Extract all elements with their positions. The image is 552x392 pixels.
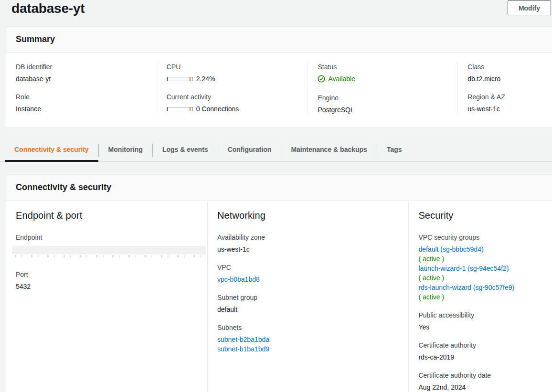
- page-header: database-yt Modify: [0, 0, 552, 19]
- summary-col-identifier: DB identifier database-yt Role Instance: [6, 62, 157, 115]
- subnet-link[interactable]: subnet-b1ba1bd9: [217, 344, 399, 354]
- summary-columns: DB identifier database-yt Role Instance …: [6, 53, 552, 127]
- cpu-label: CPU: [167, 62, 298, 72]
- endpoint-port-title: Endpoint & port: [16, 210, 198, 221]
- engine-field: Engine PostgreSQL: [318, 93, 448, 115]
- cpu-value: 2.24%: [196, 74, 215, 84]
- current-activity-field: Current activity 0 Connections: [167, 92, 298, 114]
- vpc-field: VPC vpc-b0ba1bd8: [217, 263, 399, 284]
- tab-tags[interactable]: Tags: [377, 139, 412, 161]
- tab-connectivity-security[interactable]: Connectivity & security: [5, 139, 98, 161]
- endpoint-port-column: Endpoint & port Endpoint Port 5432: [6, 201, 207, 392]
- vpc-link[interactable]: vpc-b0ba1bd8: [217, 275, 260, 284]
- endpoint-field: Endpoint: [16, 233, 198, 257]
- tab-configuration[interactable]: Configuration: [218, 139, 281, 161]
- certificate-authority-field: Certificate authority rds-ca-2019: [418, 340, 542, 362]
- public-accessibility-value: Yes: [418, 322, 542, 332]
- connections-gauge-bar: [167, 107, 193, 111]
- role-field: Role Instance: [16, 92, 147, 114]
- tab-monitoring[interactable]: Monitoring: [99, 139, 152, 161]
- availability-zone-value: us-west-1c: [217, 244, 399, 254]
- certificate-authority-date-label: Certificate authority date: [418, 371, 542, 380]
- db-identifier-field: DB identifier database-yt: [16, 62, 147, 84]
- security-group-link[interactable]: launch-wizard-1 (sg-94ec54f2): [418, 264, 542, 273]
- security-column: Security VPC security groups default (sg…: [408, 201, 552, 392]
- endpoint-value-remnants: [15, 255, 201, 257]
- networking-column: Networking Availability zone us-west-1c …: [207, 201, 408, 392]
- certificate-authority-date-field: Certificate authority date Aug 22nd, 202…: [418, 371, 542, 392]
- availability-zone-label: Availability zone: [217, 233, 399, 242]
- role-label: Role: [16, 92, 147, 102]
- security-group-link[interactable]: rds-launch-wizard (sg-90c57fe9): [418, 283, 542, 292]
- port-label: Port: [16, 270, 198, 279]
- connectivity-columns: Endpoint & port Endpoint Port 5432 Netwo…: [6, 201, 552, 392]
- current-activity-value: 0 Connections: [196, 104, 239, 114]
- security-group-status: ( active ): [418, 254, 542, 264]
- subnet-link[interactable]: subnet-b2ba1bda: [217, 335, 399, 344]
- engine-value: PostgreSQL: [318, 105, 448, 115]
- subnets-label: Subnets: [217, 323, 399, 332]
- region-az-label: Region & AZ: [467, 92, 542, 102]
- cpu-gauge-bar: [167, 77, 193, 81]
- vpc-label: VPC: [217, 263, 399, 272]
- region-az-value: us-west-1c: [467, 104, 542, 114]
- certificate-authority-value: rds-ca-2019: [418, 352, 542, 362]
- certificate-authority-date-value: Aug 22nd, 2024: [418, 382, 542, 392]
- connectivity-panel-title: Connectivity & security: [6, 175, 552, 201]
- class-label: Class: [467, 62, 542, 72]
- connectivity-security-panel: Connectivity & security Endpoint & port …: [6, 174, 552, 392]
- status-value: Available: [328, 74, 355, 84]
- engine-label: Engine: [318, 93, 448, 103]
- class-field: Class db.t2.micro: [467, 62, 542, 84]
- detail-tabs: Connectivity & security Monitoring Logs …: [0, 139, 552, 162]
- endpoint-label: Endpoint: [16, 233, 198, 242]
- public-accessibility-label: Public accessibility: [418, 310, 542, 320]
- db-identifier-value: database-yt: [16, 74, 147, 84]
- summary-panel: Summary DB identifier database-yt Role I…: [6, 26, 552, 127]
- db-identifier-label: DB identifier: [16, 62, 147, 72]
- security-title: Security: [418, 210, 542, 221]
- tab-maintenance-backups[interactable]: Maintenance & backups: [281, 139, 377, 161]
- port-value: 5432: [16, 282, 198, 291]
- summary-col-status: Status Available Engine PostgreSQL: [308, 62, 457, 115]
- security-group-link[interactable]: default (sg-bbbc59d4): [418, 244, 542, 254]
- page-title: database-yt: [11, 1, 552, 16]
- subnet-group-label: Subnet group: [217, 293, 399, 302]
- subnet-group-value: default: [217, 305, 399, 314]
- cpu-field: CPU 2.24%: [167, 62, 298, 84]
- modify-button[interactable]: Modify: [508, 0, 551, 15]
- tab-logs-events[interactable]: Logs & events: [153, 139, 218, 161]
- security-group-status: ( active ): [418, 292, 542, 302]
- status-available-icon: [318, 75, 325, 83]
- status-label: Status: [318, 62, 448, 72]
- networking-title: Networking: [217, 210, 399, 221]
- status-field: Status Available: [318, 62, 448, 85]
- security-group-status: ( active ): [418, 273, 542, 283]
- availability-zone-field: Availability zone us-west-1c: [217, 233, 399, 254]
- endpoint-value-redacted: [12, 246, 206, 254]
- port-field: Port 5432: [16, 270, 198, 291]
- class-value: db.t2.micro: [467, 74, 542, 84]
- public-accessibility-field: Public accessibility Yes: [418, 310, 542, 332]
- current-activity-label: Current activity: [167, 92, 298, 102]
- vpc-security-groups-label: VPC security groups: [418, 233, 542, 242]
- subnets-field: Subnets subnet-b2ba1bda subnet-b1ba1bd9: [217, 323, 399, 354]
- summary-col-metrics: CPU 2.24% Current activity 0 Connections: [157, 62, 308, 115]
- summary-panel-title: Summary: [6, 27, 552, 53]
- vpc-security-groups-field: VPC security groups default (sg-bbbc59d4…: [418, 233, 542, 302]
- subnet-group-field: Subnet group default: [217, 293, 399, 314]
- certificate-authority-label: Certificate authority: [418, 340, 542, 350]
- role-value: Instance: [16, 104, 147, 114]
- region-az-field: Region & AZ us-west-1c: [467, 92, 542, 114]
- summary-col-class: Class db.t2.micro Region & AZ us-west-1c: [457, 62, 552, 115]
